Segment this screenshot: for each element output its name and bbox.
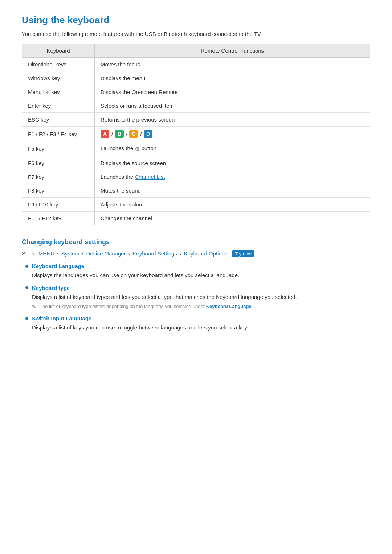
table-cell-key: F1 / F2 / F3 / F4 key [22,127,95,141]
table-row: F7 keyLaunches the Channel List [22,170,370,184]
intro-text: You can use the following remote feature… [22,31,370,37]
breadcrumb-period: . [228,250,229,257]
chevron-2: › [82,251,83,257]
table-col1-header: Keyboard [22,44,95,58]
settings-item-desc: Displays a list of keys you can use to t… [32,324,370,332]
settings-list-item: Keyboard typeDisplays a list of keyboard… [25,285,370,311]
breadcrumb-device-manager[interactable]: Device Manager [86,250,126,257]
settings-item-label: Switch Input Language [32,315,91,321]
table-row: F9 / F10 keyAdjusts the volume [22,197,370,211]
table-row: F1 / F2 / F3 / F4 key A / B / C / D [22,127,370,141]
table-cell-key: Directional keys [22,58,95,71]
bullet-icon [25,286,28,289]
settings-item-label: Keyboard type [32,285,70,291]
table-cell-key: F9 / F10 key [22,197,95,211]
table-cell-function: Adjusts the volume [95,197,370,211]
settings-list-item: Switch Input LanguageDisplays a list of … [25,315,370,332]
note-link[interactable]: Keyboard Language [206,304,252,309]
bullet-icon [25,317,28,320]
table-row: Directional keysMoves the focus [22,58,370,71]
table-cell-key: ESC key [22,113,95,127]
table-cell-key: Enter key [22,99,95,113]
try-now-button[interactable]: Try now [232,250,254,257]
breadcrumb: Select MENU › System › Device Manager › … [22,250,370,258]
table-cell-key: F8 key [22,184,95,197]
settings-item-desc: Displays the languages you can use on yo… [32,271,370,280]
breadcrumb-system[interactable]: System [61,250,79,257]
separator: / [126,131,129,137]
table-cell-function: Selects or runs a focused item [95,99,370,113]
settings-item-desc: Displays a list of keyboard types and le… [32,293,370,301]
btn-a: A [101,130,109,138]
settings-title: Changing keyboard settings [22,238,370,246]
bullet-icon [25,265,28,268]
settings-list: Keyboard LanguageDisplays the languages … [22,263,370,332]
table-row: Menu list keyDisplays the On-screen Remo… [22,85,370,99]
table-cell-function: A / B / C / D [95,127,370,141]
table-cell-function: Displays the source screen [95,156,370,170]
breadcrumb-keyboard-settings[interactable]: Keyboard Settings [132,250,177,257]
table-row: ESC keyReturns to the previous screen [22,113,370,127]
table-row: F11 / F12 keyChanges the channel [22,211,370,225]
separator: / [111,131,114,137]
table-cell-key: F6 key [22,156,95,170]
table-cell-key: F7 key [22,170,95,184]
table-cell-key: F11 / F12 key [22,211,95,225]
breadcrumb-keyboard-options[interactable]: Keyboard Options [184,250,228,257]
table-cell-function: Launches the Channel List [95,170,370,184]
breadcrumb-select: Select [22,250,37,257]
btn-d: D [144,130,152,138]
btn-b: B [115,130,124,138]
settings-item-title: Keyboard Language [25,263,370,269]
table-cell-function: Displays the On-screen Remote [95,85,370,99]
chevron-4: › [180,251,181,257]
breadcrumb-menu[interactable]: MENU [38,250,54,257]
table-cell-function: Displays the menu [95,71,370,85]
table-cell-key: Menu list key [22,85,95,99]
channel-list-link[interactable]: Channel List [135,174,165,180]
settings-item-note: ✎ The list of keyboard type differs depe… [32,303,370,310]
table-row: Windows keyDisplays the menu [22,71,370,85]
settings-section: Changing keyboard settings Select MENU ›… [22,238,370,332]
table-row: F5 keyLaunches the ⚙ button [22,141,370,156]
table-cell-key: Windows key [22,71,95,85]
pencil-icon: ✎ [32,304,37,310]
table-cell-function: Mutes the sound [95,184,370,197]
table-cell-function: Launches the ⚙ button [95,141,370,156]
btn-c: C [129,130,138,138]
table-cell-function: Changes the channel [95,211,370,225]
table-cell-function: Returns to the previous screen [95,113,370,127]
table-col2-header: Remote Control Functions [95,44,370,58]
table-cell-function: Moves the focus [95,58,370,71]
keyboard-table: Keyboard Remote Control Functions Direct… [22,44,370,225]
settings-list-item: Keyboard LanguageDisplays the languages … [25,263,370,280]
table-row: F8 keyMutes the sound [22,184,370,197]
separator: / [140,131,143,137]
page-title: Using the keyboard [22,15,370,26]
settings-item-label: Keyboard Language [32,263,84,269]
settings-item-title: Switch Input Language [25,315,370,321]
chevron-3: › [128,251,130,257]
table-row: Enter keySelects or runs a focused item [22,99,370,113]
table-cell-key: F5 key [22,141,95,156]
settings-item-title: Keyboard type [25,285,370,291]
table-row: F6 keyDisplays the source screen [22,156,370,170]
chevron-1: › [57,251,58,257]
note-text: The list of keyboard type differs depend… [40,303,253,310]
gear-icon: ⚙ [135,145,140,152]
